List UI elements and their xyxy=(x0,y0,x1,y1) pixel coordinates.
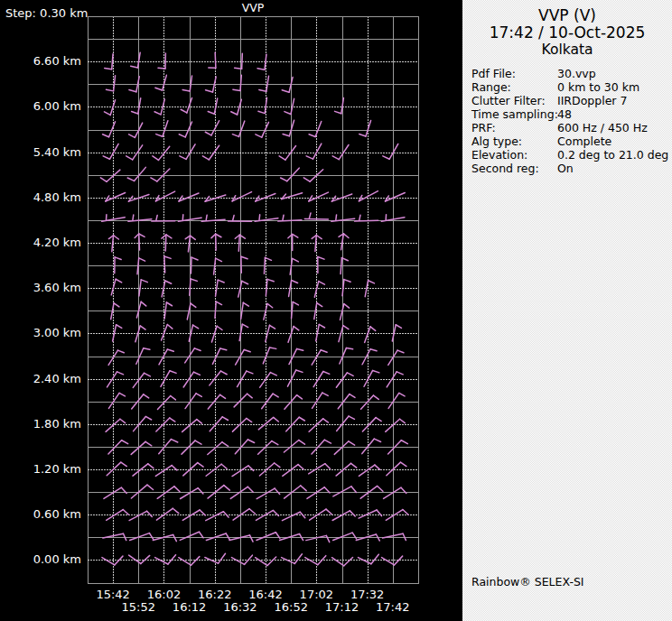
x-axis-label: 16:42 xyxy=(240,588,291,601)
field-row: Elevation: 0.2 deg to 21.0 deg xyxy=(471,148,672,162)
y-axis-label: 4.20 km xyxy=(0,236,81,249)
x-axis-label: 17:12 xyxy=(317,600,368,614)
field-row: Alg type: Complete xyxy=(471,134,672,148)
field-value: On xyxy=(557,162,672,175)
y-axis-label: 0.60 km xyxy=(0,507,81,521)
y-axis-label: 1.80 km xyxy=(0,417,81,431)
x-axis-label: 16:52 xyxy=(266,600,316,614)
x-axis-label: 16:12 xyxy=(164,600,215,614)
product-datetime: 17:42 / 10-Oct-2025 xyxy=(462,24,672,42)
info-panel: VVP (V) 17:42 / 10-Oct-2025 Kolkata Pdf … xyxy=(462,0,672,621)
field-value: IIRDoppler 7 xyxy=(557,94,672,107)
field-value: 48 xyxy=(557,107,672,121)
y-axis-label: 4.80 km xyxy=(0,190,81,204)
brand-footer: Rainbow® SELEX-SI xyxy=(471,575,584,589)
y-axis-label: 6.00 km xyxy=(0,99,81,113)
y-axis-label: 0.00 km xyxy=(0,552,81,566)
field-value: 0.2 deg to 21.0 deg xyxy=(557,148,672,162)
field-label: Alg type: xyxy=(471,134,557,148)
y-axis-label: 3.00 km xyxy=(0,326,81,339)
y-axis-label: 3.60 km xyxy=(0,281,81,294)
vvp-window: Step: 0.30 km VVP 6.60 km6.00 km5.40 km4… xyxy=(0,0,672,621)
field-label: Second reg: xyxy=(471,162,557,175)
x-axis-label: 15:52 xyxy=(113,600,163,614)
x-axis-label: 15:42 xyxy=(88,588,138,601)
x-axis-label: 17:42 xyxy=(368,600,418,614)
field-label: PRF: xyxy=(471,121,557,134)
vvp-plot-canvas xyxy=(0,0,462,621)
y-axis-label: 2.40 km xyxy=(0,372,81,385)
field-value: 0 km to 30 km xyxy=(557,80,672,94)
field-row: PRF: 600 Hz / 450 Hz xyxy=(471,121,672,134)
field-value: 30.vvp xyxy=(557,67,672,80)
x-axis-label: 17:02 xyxy=(291,588,341,601)
product-title: VVP (V) xyxy=(462,7,672,24)
field-row: Time sampling: 48 xyxy=(471,107,672,121)
field-value: Complete xyxy=(557,134,672,148)
field-row: Clutter Filter: IIRDoppler 7 xyxy=(471,94,672,107)
y-axis-label: 6.60 km xyxy=(0,54,81,68)
x-axis-label: 16:32 xyxy=(215,600,266,614)
field-row: Pdf File: 30.vvp xyxy=(471,67,672,80)
field-row: Range: 0 km to 30 km xyxy=(471,80,672,94)
site-name: Kolkata xyxy=(462,42,672,59)
product-fields: Pdf File: 30.vvp Range: 0 km to 30 km Cl… xyxy=(471,67,672,175)
x-axis-label: 17:32 xyxy=(342,588,393,601)
field-label: Pdf File: xyxy=(471,67,557,80)
x-axis-label: 16:02 xyxy=(138,588,189,601)
field-label: Elevation: xyxy=(471,148,557,162)
y-axis-label: 5.40 km xyxy=(0,145,81,159)
field-row: Second reg: On xyxy=(471,162,672,175)
field-label: Clutter Filter: xyxy=(471,94,557,107)
plot-region: Step: 0.30 km VVP 6.60 km6.00 km5.40 km4… xyxy=(0,0,462,621)
field-label: Range: xyxy=(471,80,557,94)
step-label: Step: 0.30 km xyxy=(5,6,88,20)
plot-title: VVP xyxy=(88,1,418,14)
field-value: 600 Hz / 450 Hz xyxy=(557,121,672,134)
y-axis-label: 1.20 km xyxy=(0,462,81,476)
field-label: Time sampling: xyxy=(471,107,557,121)
x-axis-label: 16:22 xyxy=(190,588,240,601)
